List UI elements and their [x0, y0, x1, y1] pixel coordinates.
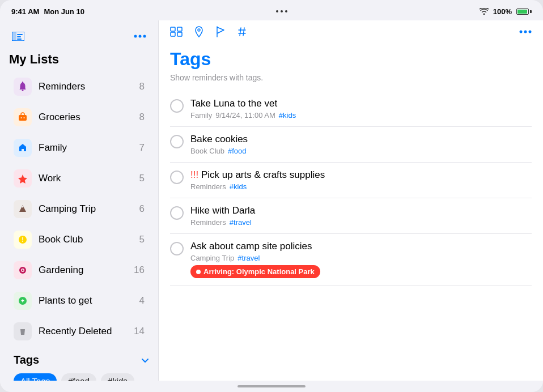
reminder-title-4: Hike with Darla	[190, 205, 532, 216]
gardening-icon	[14, 261, 32, 279]
reminder-tag-2: #food	[228, 147, 247, 155]
list-item-plants-to-get[interactable]: Plants to get 4	[5, 286, 154, 316]
svg-rect-8	[22, 90, 24, 91]
list-name-reminders: Reminders	[39, 81, 139, 92]
svg-rect-20	[171, 27, 175, 31]
wifi-icon	[480, 8, 489, 15]
svg-point-27	[529, 31, 532, 33]
reminder-list-1: Family	[190, 111, 212, 120]
tags-section-header[interactable]: Tags	[0, 347, 158, 371]
tag-kids[interactable]: #kids	[101, 373, 134, 381]
reminder-body-1: Take Luna to the vet Family 9/14/24, 11:…	[190, 98, 532, 120]
more-options-button[interactable]	[519, 30, 532, 33]
book-club-icon: !	[14, 231, 32, 249]
reminder-title-1: Take Luna to the vet	[190, 98, 532, 109]
list-item-reminders[interactable]: Reminders 8	[5, 72, 154, 101]
svg-text:!: !	[22, 237, 23, 243]
list-count-camping-trip: 6	[139, 203, 145, 215]
reminder-checkbox-3[interactable]	[170, 171, 184, 184]
list-item-family[interactable]: Family 7	[5, 133, 154, 163]
reminder-body-2: Bake cookies Book Club #food	[190, 134, 532, 155]
list-item-camping-trip[interactable]: Camping Trip 6	[5, 194, 154, 224]
reminder-title-5: Ask about camp site policies	[190, 241, 532, 252]
location-badge-text-5: Arriving: Olympic National Park	[203, 267, 315, 276]
svg-rect-4	[17, 39, 22, 40]
sidebar-toggle-button[interactable]	[9, 27, 27, 45]
groceries-icon	[14, 108, 32, 126]
reminder-title-text-3: Pick up arts & crafts supplies	[201, 169, 325, 180]
status-right: 100%	[480, 7, 532, 16]
reminder-item-3: !!! Pick up arts & crafts supplies Remin…	[170, 163, 532, 198]
svg-rect-2	[17, 34, 23, 35]
detail-subtitle: Show reminders with tags.	[170, 73, 532, 82]
my-lists-title: My Lists	[0, 50, 158, 71]
tags-chevron-icon	[141, 357, 149, 363]
list-name-book-club: Book Club	[39, 234, 139, 245]
list-item-work[interactable]: Work 5	[5, 164, 154, 193]
status-time: 9:41 AM	[11, 7, 39, 16]
home-indicator	[237, 385, 306, 387]
reminder-body-5: Ask about camp site policies Camping Tri…	[190, 241, 532, 278]
plants-to-get-icon	[14, 292, 32, 310]
battery-percent: 100%	[493, 7, 512, 16]
reminder-checkbox-2[interactable]	[170, 135, 184, 148]
reminder-list-4: Reminders	[190, 218, 226, 227]
svg-point-26	[524, 31, 527, 33]
hash-button[interactable]	[237, 27, 247, 37]
reminders-icon	[14, 78, 32, 96]
tag-all[interactable]: All Tags	[14, 373, 57, 381]
detail-content: Tags Show reminders with tags. Take Luna…	[159, 43, 543, 381]
svg-point-6	[139, 35, 142, 38]
list-name-recently-deleted: Recently Deleted	[39, 326, 134, 337]
svg-point-18	[22, 270, 24, 271]
sidebar-header	[0, 20, 158, 50]
list-item-groceries[interactable]: Groceries 8	[5, 103, 154, 132]
reminder-tag-1: #kids	[279, 111, 296, 120]
reminder-checkbox-4[interactable]	[170, 206, 184, 220]
main-area: My Lists Reminders 8	[0, 20, 543, 381]
svg-rect-3	[17, 36, 21, 37]
list-name-work: Work	[39, 173, 139, 184]
reminder-checkbox-5[interactable]	[170, 242, 184, 255]
status-bar: 9:41 AM Mon Jun 10 100%	[0, 0, 543, 20]
grid-view-button[interactable]	[170, 27, 183, 37]
reminder-item-2: Bake cookies Book Club #food	[170, 127, 532, 163]
reminder-tag-3: #kids	[230, 182, 247, 191]
svg-point-5	[134, 35, 137, 38]
reminder-list-3: Reminders	[190, 182, 226, 191]
list-count-recently-deleted: 14	[134, 326, 145, 337]
sidebar-more-button[interactable]	[131, 27, 149, 45]
list-item-recently-deleted[interactable]: Recently Deleted 14	[5, 317, 154, 346]
list-name-family: Family	[39, 142, 139, 154]
reminder-checkbox-1[interactable]	[170, 99, 184, 113]
reminder-tag-5: #travel	[237, 254, 260, 262]
sidebar: My Lists Reminders 8	[0, 20, 159, 381]
reminder-item-5: Ask about camp site policies Camping Tri…	[170, 234, 532, 286]
reminder-title-2: Bake cookies	[190, 134, 532, 145]
detail-toolbar	[159, 20, 543, 43]
list-count-family: 7	[139, 142, 145, 154]
work-icon	[14, 169, 32, 188]
ipad-frame: 9:41 AM Mon Jun 10 100%	[0, 0, 543, 392]
list-name-camping-trip: Camping Trip	[39, 203, 139, 215]
reminder-title-3: !!! Pick up arts & crafts supplies	[190, 169, 532, 181]
svg-point-25	[520, 31, 523, 33]
status-dots	[276, 10, 287, 12]
reminder-item-1: Take Luna to the vet Family 9/14/24, 11:…	[170, 91, 532, 127]
location-button[interactable]	[194, 26, 204, 37]
priority-exclamation-3: !!!	[190, 169, 201, 180]
flag-button[interactable]	[215, 26, 226, 37]
list-count-work: 5	[139, 173, 145, 184]
svg-point-7	[143, 35, 146, 38]
svg-point-9	[22, 82, 23, 83]
list-item-book-club[interactable]: ! Book Club 5	[5, 225, 154, 254]
svg-point-11	[21, 117, 22, 118]
svg-rect-22	[177, 27, 182, 31]
reminder-meta-1: Family 9/14/24, 11:00 AM #kids	[190, 111, 532, 120]
svg-rect-21	[171, 32, 175, 36]
list-item-gardening[interactable]: Gardening 16	[5, 255, 154, 285]
location-badge-5: Arriving: Olympic National Park	[190, 265, 320, 278]
camping-trip-icon	[14, 200, 32, 218]
tag-food[interactable]: #food	[61, 373, 96, 381]
svg-rect-23	[177, 32, 182, 36]
